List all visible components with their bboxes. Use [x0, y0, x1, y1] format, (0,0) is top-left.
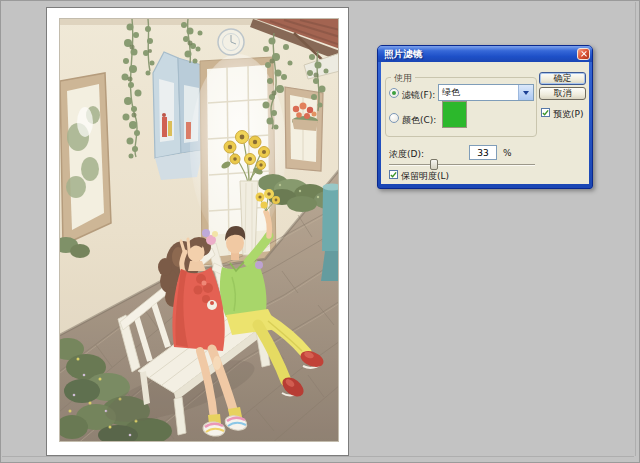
density-label: 浓度(D):: [389, 148, 424, 161]
dialog-titlebar[interactable]: 照片滤镜: [378, 46, 592, 62]
filter-radio[interactable]: [389, 88, 399, 98]
density-input[interactable]: [469, 145, 497, 160]
photo-image: [59, 18, 339, 442]
filter-dropdown[interactable]: 绿色: [438, 84, 534, 101]
color-swatch[interactable]: [442, 101, 467, 128]
density-slider-track[interactable]: [389, 164, 535, 166]
dropdown-arrow-icon[interactable]: [518, 85, 533, 100]
check-icon: [542, 109, 549, 117]
dialog-title: 照片滤镜: [384, 48, 577, 61]
filter-radio-label[interactable]: 滤镜(F):: [402, 89, 435, 102]
ok-button[interactable]: 确定: [539, 72, 586, 85]
close-button[interactable]: [577, 48, 590, 60]
preview-checkbox-label[interactable]: 预览(P): [553, 108, 583, 121]
cancel-button[interactable]: 取消: [539, 87, 586, 100]
density-unit: %: [503, 148, 512, 158]
window-frame-line: [635, 2, 636, 456]
dialog-body: 使用 滤镜(F): 绿色 颜色(C): 确定 取消 预览(P) 浓度(D): %: [381, 62, 589, 184]
photo-filter-dialog: 照片滤镜 使用 滤镜(F): 绿色 颜色(C): 确定 取消 预览(P) 浓度(…: [377, 45, 593, 189]
photo-document: [46, 7, 349, 456]
preview-checkbox[interactable]: [541, 108, 550, 117]
use-group-label: 使用: [391, 72, 415, 85]
check-icon: [390, 171, 397, 179]
color-radio[interactable]: [389, 113, 399, 123]
preserve-luminosity-label[interactable]: 保留明度(L): [401, 170, 449, 183]
window-frame-line: [2, 456, 634, 457]
filter-dropdown-value: 绿色: [439, 86, 518, 99]
density-slider-thumb[interactable]: [430, 159, 438, 170]
color-radio-label[interactable]: 颜色(C):: [402, 114, 436, 127]
preserve-luminosity-checkbox[interactable]: [389, 170, 398, 179]
photoshop-canvas-area: 照片滤镜 使用 滤镜(F): 绿色 颜色(C): 确定 取消 预览(P) 浓度(…: [0, 0, 640, 463]
